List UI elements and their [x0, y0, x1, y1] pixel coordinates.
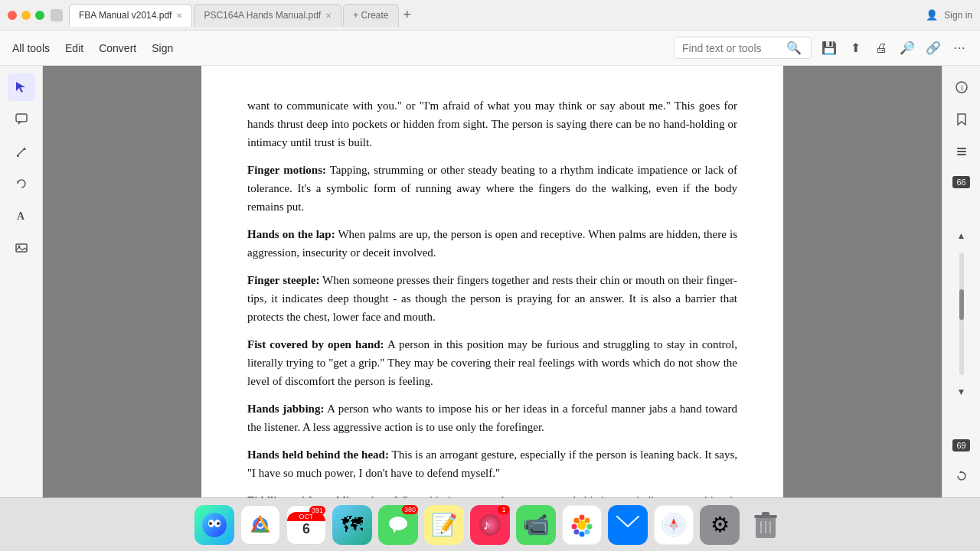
right-layers-icon[interactable] — [948, 138, 975, 165]
trash-dock-icon[interactable] — [746, 505, 786, 545]
mail-dock-icon[interactable] — [608, 505, 648, 545]
svg-text:i: i — [961, 83, 963, 92]
search-input[interactable] — [682, 42, 782, 54]
browser-logo — [51, 9, 63, 21]
sign-menu[interactable]: Sign — [152, 39, 173, 57]
music-badge: 1 — [498, 505, 510, 514]
edit-menu[interactable]: Edit — [65, 39, 83, 57]
messages-dock-icon[interactable]: 380 — [378, 505, 418, 545]
scroll-up-icon[interactable]: ▲ — [948, 222, 975, 249]
upload-icon[interactable]: ⬆ — [847, 40, 864, 57]
all-tools-menu[interactable]: All tools — [12, 39, 50, 57]
svg-point-21 — [217, 522, 220, 525]
maximize-button[interactable] — [35, 11, 44, 20]
close-button[interactable] — [8, 11, 17, 20]
svg-text:A: A — [17, 210, 25, 222]
paragraph-3: Hands on the lap: When palms are up, the… — [247, 225, 737, 262]
convert-menu[interactable]: Convert — [99, 39, 136, 57]
left-sidebar: A — [0, 66, 43, 497]
new-tab-button[interactable]: + — [403, 7, 412, 23]
safari-dock-icon[interactable] — [654, 505, 694, 545]
pdf-page: want to communicate with you." or "I'm a… — [201, 66, 783, 497]
tab-fba-label: FBA Manual v2014.pdf — [79, 10, 172, 21]
music-dock-icon[interactable]: ♪ 1 — [470, 505, 510, 545]
dock: OCT 6 391 🗺 380 📝 ♪ 1 📹 ⚙ — [0, 497, 980, 551]
tab-psc-label: PSC164A Hands Manual.pdf — [204, 10, 321, 21]
right-sidebar: i 66 ▲ ▼ 69 — [942, 66, 980, 497]
svg-point-36 — [572, 523, 577, 529]
search-icon[interactable]: 🔍 — [786, 41, 802, 55]
text-tool[interactable]: A — [8, 202, 35, 230]
print-icon[interactable]: 🖨 — [873, 40, 890, 57]
paragraph-2: Finger motions: Tapping, strumming or ot… — [247, 161, 737, 216]
browser-actions: 👤 Sign in — [926, 9, 972, 21]
sign-in-label[interactable]: Sign in — [944, 10, 972, 21]
search-bar[interactable]: 🔍 — [674, 37, 812, 59]
pdf-toolbar: All tools Edit Convert Sign 🔍 💾 ⬆ 🖨 🔎 🔗 … — [0, 31, 980, 66]
svg-point-31 — [585, 517, 590, 523]
photos-dock-icon[interactable] — [562, 505, 602, 545]
svg-rect-47 — [762, 512, 769, 516]
facetime-dock-icon[interactable]: 📹 — [516, 505, 556, 545]
svg-point-20 — [209, 522, 212, 525]
traffic-lights — [8, 11, 44, 20]
svg-point-24 — [258, 523, 263, 527]
more-icon[interactable]: ⋯ — [951, 40, 968, 57]
svg-marker-4 — [23, 147, 26, 150]
paragraph-5: Fist covered by open hand: A person in t… — [247, 335, 737, 390]
image-tool[interactable] — [8, 234, 35, 262]
paragraph-8: Fiddling with wedding ring: When this is… — [247, 491, 737, 497]
svg-text:♪: ♪ — [483, 517, 490, 533]
browser-bar: FBA Manual v2014.pdf ✕ PSC164A Hands Man… — [0, 0, 980, 31]
svg-rect-13 — [957, 148, 966, 149]
paragraph-4: Finger steeple: When someone presses the… — [247, 271, 737, 326]
calendar-dock-icon[interactable]: OCT 6 391 — [286, 505, 326, 545]
right-bookmark-icon[interactable] — [948, 106, 975, 133]
tab-bar: FBA Manual v2014.pdf ✕ PSC164A Hands Man… — [69, 0, 920, 30]
scroll-down-icon[interactable]: ▼ — [948, 378, 975, 406]
tab-psc[interactable]: PSC164A Hands Manual.pdf ✕ — [194, 4, 341, 27]
svg-point-35 — [574, 529, 580, 534]
notes-dock-icon[interactable]: 📝 — [424, 505, 464, 545]
content-wrapper: A want to communicate with you." or "I'm… — [0, 66, 980, 497]
pdf-content: want to communicate with you." or "I'm a… — [247, 96, 737, 497]
account-icon[interactable]: 👤 — [926, 9, 938, 21]
tab-create[interactable]: + Create — [343, 4, 398, 27]
svg-point-25 — [389, 517, 407, 530]
svg-point-17 — [202, 513, 227, 537]
svg-marker-12 — [958, 114, 965, 125]
paragraph-6: Hands jabbing: A person who wants to imp… — [247, 399, 737, 436]
rotate-tool[interactable] — [8, 170, 35, 197]
finder-icon[interactable] — [194, 505, 234, 545]
comment-tool[interactable] — [8, 106, 35, 133]
settings-dock-icon[interactable]: ⚙ — [700, 505, 740, 545]
svg-rect-1 — [16, 114, 27, 122]
right-info-icon[interactable]: i — [948, 73, 975, 101]
svg-point-37 — [574, 517, 580, 523]
right-rotate-icon[interactable] — [948, 462, 975, 490]
minimize-button[interactable] — [21, 11, 31, 20]
link-icon[interactable]: 🔗 — [925, 40, 942, 57]
svg-marker-0 — [16, 82, 25, 93]
page-num-66: 66 — [952, 176, 969, 188]
pdf-viewer: want to communicate with you." or "I'm a… — [43, 66, 942, 497]
tab-psc-close[interactable]: ✕ — [325, 11, 332, 20]
tab-fba[interactable]: FBA Manual v2014.pdf ✕ — [69, 4, 192, 27]
page-num-69: 69 — [952, 439, 969, 452]
svg-point-33 — [585, 529, 590, 534]
paragraph-1: want to communicate with you." or "I'm a… — [247, 96, 737, 152]
save-icon[interactable]: 💾 — [821, 40, 838, 57]
svg-rect-14 — [957, 151, 966, 152]
tab-fba-close[interactable]: ✕ — [176, 11, 182, 20]
toolbar-left: All tools Edit Convert Sign — [12, 39, 173, 57]
svg-point-30 — [580, 514, 585, 520]
cursor-tool[interactable] — [8, 73, 35, 101]
svg-point-32 — [587, 523, 593, 529]
maps-dock-icon[interactable]: 🗺 — [332, 505, 372, 545]
svg-rect-15 — [957, 154, 966, 155]
zoom-icon[interactable]: 🔎 — [899, 40, 916, 57]
svg-point-34 — [580, 531, 585, 536]
chrome-dock-icon[interactable] — [240, 505, 280, 545]
pen-tool[interactable] — [8, 138, 35, 165]
calendar-badge: 391 — [309, 506, 325, 515]
